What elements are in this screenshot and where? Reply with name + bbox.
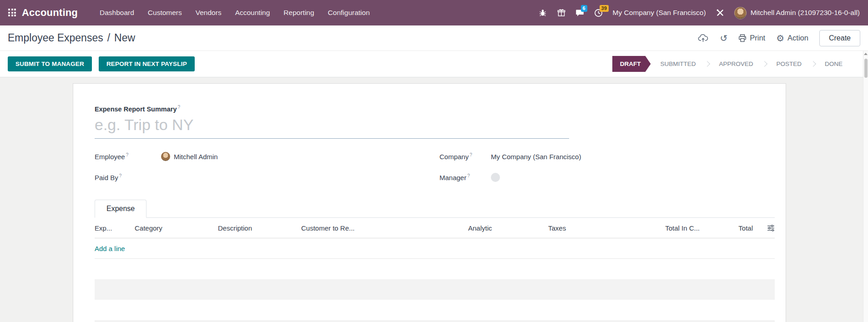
manager-avatar-placeholder[interactable] [491,173,500,182]
nav-menu-accounting[interactable]: Accounting [235,9,270,17]
employee-avatar [161,152,170,161]
employee-field[interactable]: Mitchell Admin [161,152,218,161]
messages-icon[interactable]: 6 [575,8,585,17]
empty-list-row [95,300,775,320]
form-view: Expense Report Summary? Employee? Mitche… [0,77,868,322]
company-field[interactable]: My Company (San Francisco) [491,153,581,161]
scroll-up-arrow[interactable] [864,53,868,55]
action-label: Action [787,34,808,42]
app-title[interactable]: Accounting [22,7,78,19]
activities-clock-icon[interactable]: 39 [594,8,603,17]
empty-list-row [95,320,775,322]
col-total[interactable]: Total [703,224,759,232]
discard-undo-icon[interactable]: ↺ [720,34,727,43]
add-a-line-link[interactable]: Add a line [95,245,125,252]
print-label: Print [750,34,765,42]
user-menu[interactable]: Mitchell Admin (21097230-16-0-all) [734,7,860,19]
main-menu: Dashboard Customers Vendors Accounting R… [100,9,370,17]
col-description[interactable]: Description [218,224,301,232]
nav-menu-reporting[interactable]: Reporting [283,9,314,17]
top-navbar: Accounting Dashboard Customers Vendors A… [0,0,868,25]
messages-badge: 6 [581,5,587,12]
status-state-posted[interactable]: POSTED [767,60,811,67]
tab-expense[interactable]: Expense [95,200,146,218]
status-state-draft[interactable]: DRAFT [612,56,651,72]
vertical-scrollbar[interactable] [863,51,868,322]
expense-summary-input[interactable] [95,115,569,139]
tab-bar: Expense [95,200,775,218]
help-marker[interactable]: ? [119,173,122,178]
company-switcher[interactable]: My Company (San Francisco) [613,9,706,17]
col-category[interactable]: Category [135,224,218,232]
create-button[interactable]: Create [819,30,860,46]
print-button[interactable]: Print [738,34,765,42]
submit-to-manager-button[interactable]: SUBMIT TO MANAGER [8,56,92,71]
help-marker[interactable]: ? [178,105,181,110]
list-row: Add a line [95,238,775,259]
nav-menu-configuration[interactable]: Configuration [328,9,370,17]
employee-value: Mitchell Admin [174,153,218,161]
help-marker[interactable]: ? [467,173,470,178]
company-value: My Company (San Francisco) [491,153,581,161]
help-marker[interactable]: ? [126,152,129,157]
empty-list-row [95,259,775,279]
manager-label: Manager? [439,173,491,181]
nav-menu-vendors[interactable]: Vendors [196,9,222,17]
tools-icon[interactable] [716,8,725,17]
nav-menu-dashboard[interactable]: Dashboard [100,9,134,17]
bug-icon[interactable] [538,8,547,17]
user-avatar [734,7,747,19]
status-pipeline: DRAFT SUBMITTED APPROVED POSTED DONE [612,56,852,72]
report-next-payslip-button[interactable]: REPORT IN NEXT PAYSLIP [99,56,195,71]
user-name: Mitchell Admin (21097230-16-0-all) [751,9,860,17]
action-button[interactable]: ⚙ Action [776,34,808,43]
status-state-submitted[interactable]: SUBMITTED [651,60,705,67]
company-label: Company? [439,152,491,161]
optional-columns-icon[interactable] [759,224,775,232]
gift-icon[interactable] [557,8,566,17]
help-marker[interactable]: ? [469,152,472,157]
form-statusbar: SUBMIT TO MANAGER REPORT IN NEXT PAYSLIP… [0,51,868,77]
employee-label: Employee? [95,152,161,161]
breadcrumb-parent[interactable]: Employee Expenses [8,32,103,44]
col-taxes[interactable]: Taxes [548,224,651,232]
col-expense-date[interactable]: Exp... [95,224,135,232]
summary-label: Expense Report Summary [95,106,177,113]
breadcrumb-separator: / [107,32,110,44]
form-sheet: Expense Report Summary? Employee? Mitche… [73,83,786,322]
breadcrumb-current: New [114,32,135,44]
nav-menu-customers[interactable]: Customers [148,9,182,17]
scrollbar-thumb[interactable] [864,59,868,78]
expense-list-header: Exp... Category Description Customer to … [95,218,775,238]
paid-by-label: Paid By? [95,173,161,181]
empty-list-row [95,279,775,300]
status-state-approved[interactable]: APPROVED [709,60,762,67]
control-panel: Employee Expenses / New ↺ Print ⚙ Action [0,25,868,51]
gear-icon: ⚙ [776,34,784,43]
breadcrumb: Employee Expenses / New [8,32,135,44]
activities-badge: 39 [600,5,609,12]
status-state-done[interactable]: DONE [815,60,852,67]
col-analytic[interactable]: Analytic [468,224,548,232]
notebook: Expense Exp... Category Description Cust… [95,200,775,322]
apps-grid-icon[interactable] [8,9,16,17]
save-cloud-icon[interactable] [698,34,709,42]
col-customer-to-reinvoice[interactable]: Customer to Re... [301,224,468,232]
col-total-in-currency[interactable]: Total In C... [651,224,703,232]
